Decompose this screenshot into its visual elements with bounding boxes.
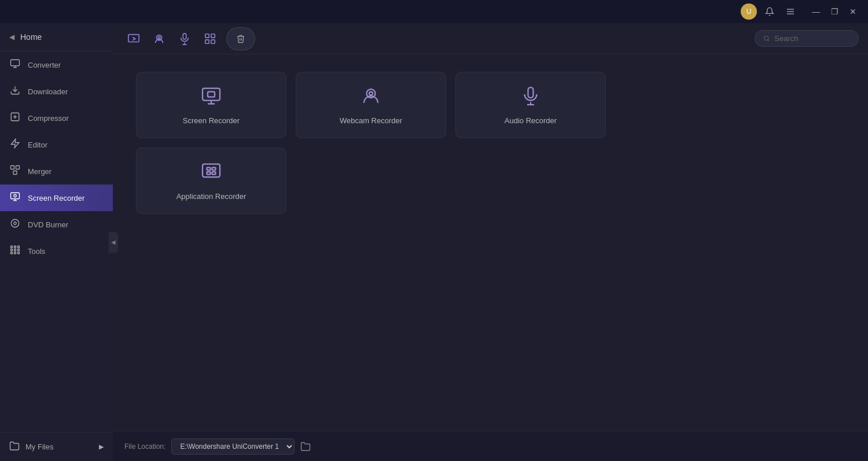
- sidebar-item-label: Screen Recorder: [28, 194, 84, 202]
- dvd-burner-icon: [9, 218, 21, 231]
- svg-point-19: [14, 222, 17, 225]
- search-icon: [763, 35, 770, 42]
- sidebar-item-home[interactable]: ◀ Home: [0, 23, 113, 51]
- menu-button[interactable]: [782, 3, 799, 20]
- sidebar-item-merger[interactable]: Merger: [0, 158, 113, 185]
- svg-line-40: [768, 40, 769, 41]
- card-webcam-recorder[interactable]: Webcam Recorder: [296, 72, 446, 138]
- cards-area: Screen Recorder Webcam Recorder: [113, 54, 868, 431]
- svg-rect-47: [528, 87, 534, 98]
- sidebar-item-label: Editor: [28, 141, 47, 149]
- svg-marker-10: [11, 139, 19, 148]
- file-location-select[interactable]: E:\Wondershare UniConverter 1: [171, 438, 295, 455]
- svg-rect-3: [11, 60, 20, 66]
- sidebar-item-dvd-burner[interactable]: DVD Burner: [0, 211, 113, 238]
- sidebar-item-editor[interactable]: Editor: [0, 131, 113, 158]
- svg-rect-50: [203, 164, 220, 177]
- card-screen-recorder-label: Screen Recorder: [183, 116, 240, 125]
- collapse-sidebar-button[interactable]: ◀: [109, 232, 118, 253]
- sidebar-item-label: Compressor: [28, 114, 69, 123]
- sidebar-item-label: Downloader: [28, 87, 68, 96]
- svg-rect-23: [11, 249, 13, 251]
- search-input[interactable]: [774, 34, 850, 43]
- maximize-button[interactable]: ❐: [826, 3, 843, 20]
- main-layout: ◀ Home Converter Dow: [0, 23, 868, 461]
- notification-button[interactable]: [762, 3, 778, 20]
- toolbar-audio-button[interactable]: [173, 27, 196, 50]
- sidebar-item-compressor[interactable]: Compressor: [0, 105, 113, 131]
- svg-rect-35: [205, 34, 209, 37]
- svg-rect-11: [11, 166, 14, 169]
- chevron-right-icon: ▶: [99, 443, 104, 451]
- svg-rect-27: [14, 252, 16, 254]
- card-screen-recorder-icon: [201, 86, 222, 110]
- svg-rect-25: [18, 249, 20, 251]
- sidebar-item-label: DVD Burner: [28, 220, 68, 229]
- file-location-label: File Location:: [124, 442, 165, 451]
- content-area: Screen Recorder Webcam Recorder: [113, 23, 868, 461]
- svg-rect-36: [211, 34, 215, 37]
- card-application-recorder-icon: [201, 161, 222, 186]
- tools-icon: [9, 245, 21, 257]
- svg-rect-13: [13, 171, 17, 175]
- sidebar-item-label: Tools: [28, 247, 45, 256]
- chevron-left-icon: ◀: [9, 33, 14, 41]
- toolbar: [113, 23, 868, 54]
- card-audio-recorder-icon: [520, 86, 541, 110]
- sidebar-item-label: Converter: [28, 61, 61, 69]
- sidebar-item-tools[interactable]: Tools: [0, 238, 113, 264]
- svg-rect-51: [207, 167, 211, 170]
- svg-rect-26: [11, 252, 13, 254]
- svg-rect-44: [208, 91, 215, 97]
- svg-rect-24: [14, 249, 16, 251]
- svg-point-18: [11, 219, 19, 227]
- svg-point-46: [369, 91, 373, 95]
- sidebar-item-screen-recorder[interactable]: Screen Recorder: [0, 185, 113, 211]
- myfiles-icon: [9, 441, 20, 453]
- svg-point-39: [764, 36, 768, 40]
- editor-icon: [9, 138, 21, 151]
- svg-rect-21: [14, 246, 16, 248]
- toolbar-webcam-button[interactable]: [148, 27, 171, 50]
- search-bar: [755, 30, 859, 47]
- svg-rect-53: [207, 172, 211, 175]
- downloader-icon: [9, 85, 21, 98]
- svg-rect-28: [18, 252, 20, 254]
- toolbar-screen-record-button[interactable]: [122, 27, 145, 50]
- browse-folder-button[interactable]: [300, 441, 311, 452]
- svg-rect-14: [11, 193, 20, 199]
- cards-row-2: Application Recorder: [136, 147, 845, 214]
- svg-point-31: [158, 36, 160, 39]
- compressor-icon: [9, 112, 21, 124]
- svg-rect-32: [183, 33, 186, 39]
- svg-rect-12: [16, 166, 20, 169]
- card-audio-recorder-label: Audio Recorder: [505, 116, 557, 125]
- sidebar: ◀ Home Converter Dow: [0, 23, 113, 461]
- sidebar-home-label: Home: [20, 32, 42, 42]
- card-webcam-recorder-label: Webcam Recorder: [340, 116, 402, 125]
- sidebar-item-label: Merger: [28, 167, 52, 176]
- svg-rect-54: [212, 172, 216, 175]
- close-button[interactable]: ✕: [845, 3, 861, 20]
- user-avatar[interactable]: U: [741, 3, 757, 20]
- cards-row-1: Screen Recorder Webcam Recorder: [136, 72, 845, 138]
- toolbar-apps-button[interactable]: [198, 27, 222, 50]
- sidebar-item-downloader[interactable]: Downloader: [0, 78, 113, 105]
- toolbar-delete-button[interactable]: [226, 27, 255, 50]
- sidebar-item-myfiles[interactable]: My Files ▶: [0, 432, 113, 461]
- card-application-recorder[interactable]: Application Recorder: [136, 147, 286, 214]
- svg-rect-37: [205, 39, 209, 43]
- svg-rect-20: [11, 246, 13, 248]
- minimize-button[interactable]: —: [808, 3, 824, 20]
- card-audio-recorder[interactable]: Audio Recorder: [455, 72, 606, 138]
- card-application-recorder-label: Application Recorder: [176, 192, 247, 201]
- svg-rect-38: [211, 39, 215, 43]
- screen-recorder-icon: [9, 191, 21, 204]
- sidebar-item-converter[interactable]: Converter: [0, 51, 113, 78]
- svg-rect-22: [18, 246, 20, 248]
- svg-rect-41: [203, 88, 220, 100]
- svg-rect-52: [212, 167, 216, 170]
- converter-icon: [9, 58, 21, 71]
- title-bar: U — ❐ ✕: [0, 0, 868, 23]
- card-screen-recorder[interactable]: Screen Recorder: [136, 72, 286, 138]
